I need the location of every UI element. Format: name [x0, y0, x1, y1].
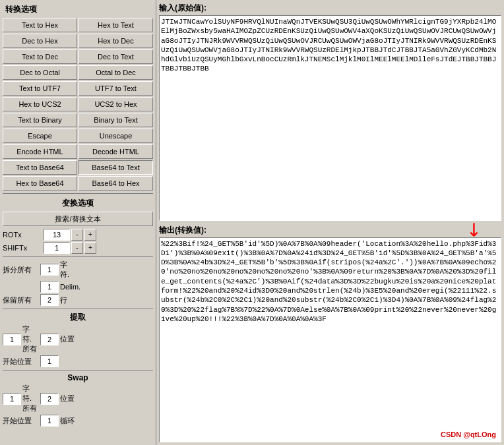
text-to-hex-button[interactable]: Text to Hex: [3, 18, 77, 32]
shiftx-row: SHIFTx - +: [3, 242, 153, 254]
rotx-row: ROTx - +: [3, 229, 153, 241]
swap-pos-label: 位置: [60, 394, 77, 403]
keep-all-input[interactable]: [40, 294, 59, 306]
extract-row2: 开始位置: [3, 355, 153, 367]
hex-to-dec-button[interactable]: Hex to Dec: [79, 34, 153, 48]
binary-to-text-button[interactable]: Binary to Text: [79, 113, 153, 127]
swap-input2[interactable]: [40, 393, 59, 405]
swap-char-label: 字符.所有: [22, 384, 39, 413]
utf7-to-text-button[interactable]: UTF7 to Text: [79, 81, 153, 96]
output-label: 输出(转换值):: [159, 225, 501, 236]
hex-to-base64-button[interactable]: Hex to Base64: [3, 176, 77, 191]
keep-all-label: 保留所有: [3, 295, 39, 305]
octal-to-dec-button[interactable]: Octal to Dec: [79, 65, 153, 80]
base64-to-hex-button[interactable]: Base64 to Hex: [79, 176, 153, 191]
output-section: ↘ 输出(转换值): CSDN @qtLOng: [159, 225, 501, 443]
extract-section: 提取 字符.所有 位置 开始位置: [3, 312, 153, 367]
swap-cycle-label: 循环: [60, 416, 77, 426]
hex-to-text-button[interactable]: Hex to Text: [79, 18, 153, 32]
extract-start-input[interactable]: [40, 355, 59, 367]
rotx-label: ROTx: [3, 231, 42, 239]
base64-to-text-button[interactable]: Base64 to Text: [79, 160, 153, 175]
ucs2-to-hex-button[interactable]: UCS2 to Hex: [79, 97, 153, 111]
section2-title: 变换选项: [3, 196, 153, 210]
swap-row1: 字符.所有 位置: [3, 384, 153, 413]
input-section: 输入(原始值):: [159, 3, 501, 221]
right-panel: 输入(原始值): ↘ 输出(转换值): CSDN @qtLOng: [156, 0, 504, 445]
extract-input2[interactable]: [40, 334, 59, 345]
split-all-input1[interactable]: [40, 264, 59, 276]
escape-button[interactable]: Escape: [3, 129, 77, 143]
hex-to-ucs2-button[interactable]: Hex to UCS2: [3, 97, 77, 111]
input-textarea[interactable]: [159, 15, 501, 221]
search-replace-button[interactable]: 搜索/替换文本: [3, 212, 153, 226]
swap-title: Swap: [3, 373, 153, 382]
text-to-dec-button[interactable]: Text to Dec: [3, 49, 77, 64]
keep-all-row: 保留所有 行: [3, 294, 153, 306]
text-to-utf7-button[interactable]: Text to UTF7: [3, 81, 77, 96]
shiftx-plus-button[interactable]: +: [84, 242, 96, 254]
extract-pos-label: 位置: [60, 334, 77, 344]
dec-to-text-button[interactable]: Dec to Text: [79, 49, 153, 64]
split-all-unit2: Delim.: [60, 283, 77, 291]
split-all-input2[interactable]: [40, 281, 59, 293]
extract-start-label: 开始位置: [3, 357, 39, 367]
left-panel: 转换选项 Text to Hex Hex to Text Dec to Hex …: [0, 0, 156, 445]
extract-row1: 字符.所有 位置: [3, 324, 153, 354]
output-textarea[interactable]: [159, 237, 501, 443]
text-to-binary-button[interactable]: Text to Binary: [3, 113, 77, 127]
extract-title: 提取: [3, 312, 153, 323]
decode-html-button[interactable]: Decode HTML: [79, 144, 153, 159]
shiftx-input[interactable]: [44, 242, 70, 254]
swap-start-input[interactable]: [40, 415, 59, 427]
split-all-label: 拆分所有: [3, 265, 39, 275]
rotx-minus-button[interactable]: -: [71, 229, 83, 241]
shiftx-minus-button[interactable]: -: [71, 242, 83, 254]
section1-title: 转换选项: [3, 3, 153, 16]
keep-all-unit: 行: [60, 295, 77, 305]
encode-html-button[interactable]: Encode HTML: [3, 144, 77, 159]
rotx-input[interactable]: [44, 229, 70, 241]
split-all-row2: Delim.: [3, 281, 153, 293]
extract-char-label: 字符.所有: [22, 324, 39, 354]
split-all-unit1: 字符.: [60, 260, 77, 280]
split-all-row1: 拆分所有 字符.: [3, 260, 153, 280]
swap-input1[interactable]: [3, 393, 21, 405]
dec-to-octal-button[interactable]: Dec to Octal: [3, 65, 77, 80]
text-to-base64-button[interactable]: Text to Base64: [3, 160, 77, 175]
shiftx-label: SHIFTx: [3, 244, 42, 252]
extract-input1[interactable]: [3, 334, 21, 345]
rotx-plus-button[interactable]: +: [84, 229, 96, 241]
input-label: 输入(原始值):: [159, 3, 501, 14]
conversion-buttons-grid: Text to Hex Hex to Text Dec to Hex Hex t…: [3, 18, 153, 191]
controls-section: 变换选项 搜索/替换文本 ROTx - + SHIFTx - + 拆分所有 字符…: [3, 196, 153, 427]
swap-section: Swap 字符.所有 位置 开始位置 循环: [3, 373, 153, 427]
swap-row2: 开始位置 循环: [3, 415, 153, 427]
swap-start-label: 开始位置: [3, 416, 39, 426]
unescape-button[interactable]: Unescape: [79, 129, 153, 143]
dec-to-hex-button[interactable]: Dec to Hex: [3, 34, 77, 48]
